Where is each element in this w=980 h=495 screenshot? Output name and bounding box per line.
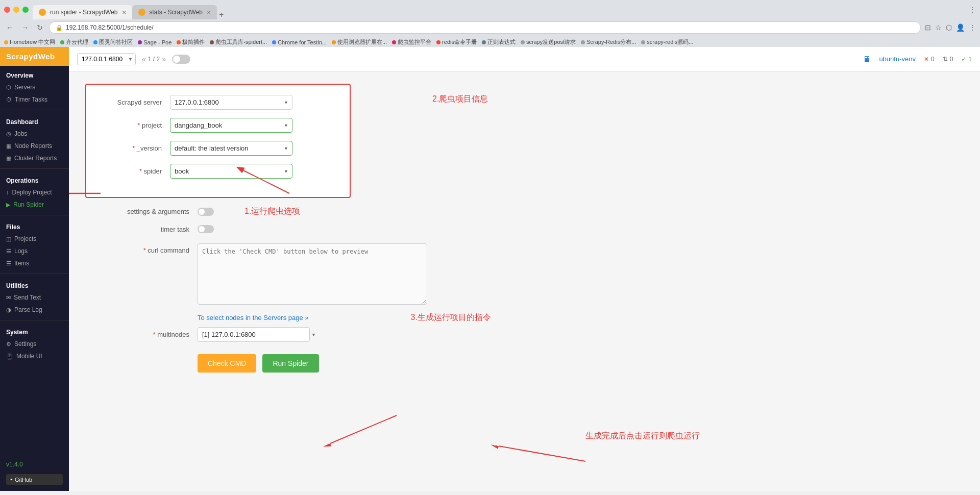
timer-tasks-icon: ⏱ xyxy=(6,96,12,103)
spider-label: * spider xyxy=(99,167,170,175)
sidebar-item-send-text[interactable]: ✉ Send Text xyxy=(0,291,69,304)
bookmark-scrapy-post[interactable]: scrapy发送post请求 xyxy=(521,38,576,46)
scrapyd-server-row: Scrapyd server 127.0.0.1:6800 xyxy=(99,95,337,110)
bookmark-jijian[interactable]: 极简插件 xyxy=(177,38,205,46)
sidebar-item-logs[interactable]: ☰ Logs xyxy=(0,245,69,257)
nav-next-icon[interactable]: » xyxy=(162,55,166,63)
tab-close-icon[interactable]: ✕ xyxy=(122,10,126,15)
check-cmd-button[interactable]: Check CMD xyxy=(198,354,256,373)
sidebar-item-settings[interactable]: ⚙ Settings xyxy=(0,338,69,350)
topbar-toggle[interactable] xyxy=(172,55,190,64)
version-control: default: the latest version xyxy=(170,141,337,156)
curl-textarea[interactable] xyxy=(198,243,427,305)
sidebar-label-items: Items xyxy=(14,260,29,267)
server-select[interactable]: 127.0.0.1:6800 xyxy=(77,53,136,65)
multinodes-select[interactable]: [1] 127.0.0.1:6800 xyxy=(198,327,310,342)
bookmark-scrapy-redis-src[interactable]: scrapy-redis源码... xyxy=(641,38,693,46)
servers-link[interactable]: To select nodes in the Servers page » xyxy=(198,314,309,321)
cast-icon[interactable]: ⊡ xyxy=(925,23,931,32)
curl-row: * curl command xyxy=(85,243,964,306)
jobs-icon: ◎ xyxy=(6,131,11,137)
settings-toggle[interactable] xyxy=(198,208,214,216)
settings-toggle-knob xyxy=(199,209,205,215)
sidebar-item-cluster-reports[interactable]: ▦ Cluster Reports xyxy=(0,152,69,164)
sidebar-item-parse-log[interactable]: ◑ Parse Log xyxy=(0,304,69,316)
timer-task-toggle[interactable] xyxy=(198,225,214,233)
multinodes-label: * multinodes xyxy=(85,331,198,338)
project-row: * project dangdang_book xyxy=(99,118,337,133)
sidebar-item-jobs[interactable]: ◎ Jobs xyxy=(0,128,69,140)
sidebar-label-timer-tasks: Timer Tasks xyxy=(15,96,47,103)
sidebar-label-node-reports: Node Reports xyxy=(14,142,52,150)
sidebar-item-deploy-project[interactable]: ↑ Deploy Project xyxy=(0,186,69,199)
sidebar-brand[interactable]: ScrapydWeb xyxy=(0,47,69,66)
tab-run-spider[interactable]: run spider - ScrapydWeb ✕ xyxy=(33,5,132,19)
finished-count: 1 xyxy=(968,56,972,63)
toggle-switch[interactable] xyxy=(172,55,190,64)
bookmark-tuling[interactable]: 图灵问答社区 xyxy=(93,38,133,46)
bookmark-redis-cmd[interactable]: redis命令手册 xyxy=(436,38,477,46)
finished-status[interactable]: ✓ 1 xyxy=(961,56,972,63)
bookmark-sage[interactable]: Sage - Poe xyxy=(138,39,172,45)
bookmark-qiyun[interactable]: 齐云代理 xyxy=(60,38,88,46)
bookmark-spider-tools[interactable]: 爬虫工具库-spidert... xyxy=(210,38,267,46)
timer-task-toggle-knob xyxy=(199,226,205,232)
sidebar-label-parse-log: Parse Log xyxy=(14,306,42,313)
spider-select[interactable]: book xyxy=(170,164,292,179)
sidebar-item-timer-tasks[interactable]: ⏱ Timer Tasks xyxy=(0,93,69,106)
multinodes-row: * multinodes [1] 127.0.0.1:6800 xyxy=(85,327,964,342)
running-status[interactable]: ⇅ 0 xyxy=(943,56,953,63)
address-text: 192.168.70.82:5000/1/schedule/ xyxy=(66,24,153,31)
bookmark-browser-ext[interactable]: 使用浏览器扩展在... xyxy=(332,38,387,46)
scrapyd-server-select[interactable]: 127.0.0.1:6800 xyxy=(170,95,292,110)
svg-line-4 xyxy=(499,446,585,461)
topbar-status: 🖥 ubuntu-venv ✕ 0 ⇅ 0 ✓ 1 xyxy=(863,55,972,64)
logs-icon: ☰ xyxy=(6,248,11,255)
minimize-button[interactable] xyxy=(13,7,19,13)
multinodes-select-wrapper: [1] 127.0.0.1:6800 xyxy=(198,327,320,342)
server-name-link[interactable]: ubuntu-venv xyxy=(879,55,916,63)
tabs-bar: run spider - ScrapydWeb ✕ stats - Scrapy… xyxy=(33,0,965,19)
sidebar-item-items[interactable]: ☰ Items xyxy=(0,257,69,269)
bookmark-spider-monitor[interactable]: 爬虫监控平台 xyxy=(392,38,431,46)
mobile-ui-icon: 📱 xyxy=(6,353,13,360)
run-spider-button[interactable]: Run Spider xyxy=(262,354,318,373)
nav-prev-icon[interactable]: « xyxy=(142,55,146,63)
star-icon[interactable]: ☆ xyxy=(935,23,942,32)
close-button[interactable] xyxy=(4,7,10,13)
bookmark-scrapy-redis-dist[interactable]: Scrapy-Redis分布... xyxy=(581,38,636,46)
servers-link-row: To select nodes in the Servers page » 3.… xyxy=(85,312,964,323)
browser-menu-icon[interactable]: ⋮ xyxy=(969,6,976,14)
profile-icon[interactable]: 👤 xyxy=(956,23,965,32)
tab-close-icon-2[interactable]: ✕ xyxy=(207,10,211,15)
bookmark-chrome-testing[interactable]: Chrome for Testin... xyxy=(272,39,327,45)
tab-stats[interactable]: stats - ScrapydWeb ✕ xyxy=(132,5,217,19)
bookmark-homebrew[interactable]: Homebrew 中文网 xyxy=(4,38,55,46)
error-status[interactable]: ✕ 0 xyxy=(924,56,935,63)
content-wrapper: 2.爬虫项目信息 Scrapyd server 127.0.0.1:6800 xyxy=(85,84,964,373)
refresh-button[interactable]: ↻ xyxy=(35,22,45,33)
page-info: 1 / 2 xyxy=(148,56,160,63)
sidebar-item-servers[interactable]: ⬡ Servers xyxy=(0,81,69,93)
sidebar-item-mobile-ui[interactable]: 📱 Mobile UI xyxy=(0,350,69,362)
github-button[interactable]: ⭑ GitHub xyxy=(6,474,63,485)
version-select[interactable]: default: the latest version xyxy=(170,141,292,156)
bookmark-regex[interactable]: 正则表达式 xyxy=(482,38,516,46)
maximize-button[interactable] xyxy=(22,7,29,13)
sidebar-item-node-reports[interactable]: ▦ Node Reports xyxy=(0,140,69,152)
project-select[interactable]: dangdang_book xyxy=(170,118,292,133)
sidebar-item-projects[interactable]: ◫ Projects xyxy=(0,233,69,245)
menu-icon[interactable]: ⋮ xyxy=(969,23,976,32)
browser-chrome: run spider - ScrapydWeb ✕ stats - Scrapy… xyxy=(0,0,980,19)
annotation-run-note: 生成完成后点击运行则爬虫运行 xyxy=(585,431,700,441)
back-button[interactable]: ← xyxy=(4,22,15,33)
sidebar-section-overview: Overview ⬡ Servers ⏱ Timer Tasks xyxy=(0,66,69,108)
forward-button[interactable]: → xyxy=(19,22,31,33)
annotation-generate-cmd: 3.生成运行项目的指令 xyxy=(411,312,491,323)
sidebar-item-run-spider[interactable]: ▶ Run Spider xyxy=(0,199,69,211)
new-tab-button[interactable]: + xyxy=(217,10,226,19)
extension-icon[interactable]: ⬡ xyxy=(946,23,952,32)
address-input[interactable]: 🔒 192.168.70.82:5000/1/schedule/ xyxy=(49,21,921,34)
cluster-reports-icon: ▦ xyxy=(6,155,11,162)
scrapyd-server-select-wrapper: 127.0.0.1:6800 xyxy=(170,95,292,110)
